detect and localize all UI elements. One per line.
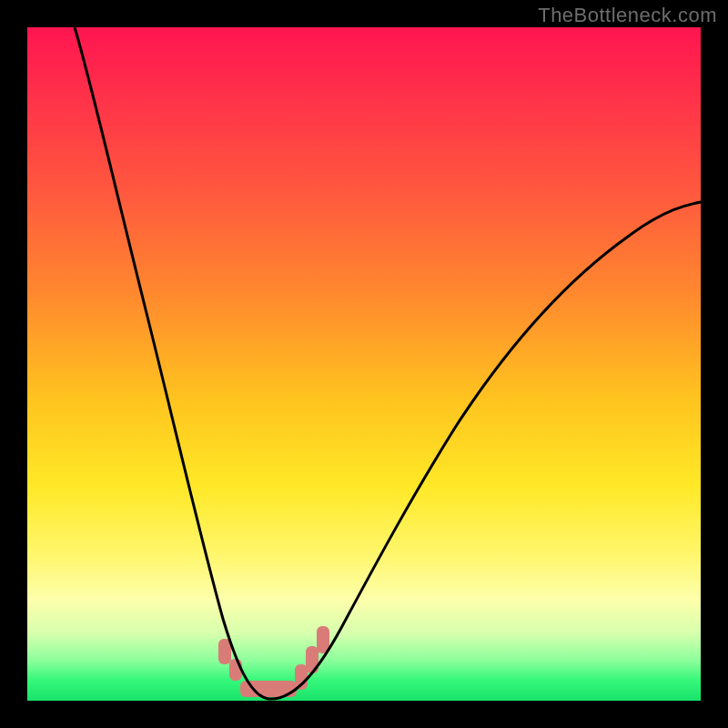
watermark-text: TheBottleneck.com — [538, 4, 717, 27]
plot-area — [27, 27, 701, 701]
bottleneck-curve — [27, 27, 701, 701]
outer-frame: TheBottleneck.com — [0, 0, 728, 728]
curve-path — [75, 27, 701, 699]
